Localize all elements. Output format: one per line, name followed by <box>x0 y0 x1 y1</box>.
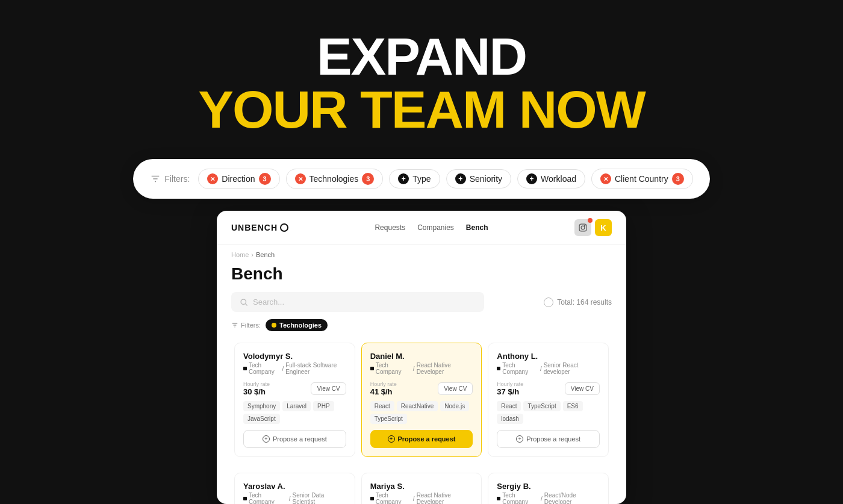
card-tags-1: React ReactNative Node.js TypeScript <box>370 401 473 424</box>
nav-companies[interactable]: Companies <box>417 223 454 232</box>
app-window: UNBENCH Requests Companies Bench K Home … <box>217 211 626 504</box>
logo-icon <box>280 223 288 232</box>
propose-btn-0[interactable]: + Propose a request <box>243 430 346 448</box>
breadcrumb-bench: Bench <box>256 251 275 258</box>
client-country-badge: 3 <box>672 173 684 185</box>
search-placeholder: Search... <box>253 297 284 306</box>
propose-btn-1[interactable]: + Propose a request <box>370 430 473 448</box>
filter-label: Filters: <box>150 173 190 184</box>
user-avatar-k[interactable]: K <box>595 219 612 236</box>
technologies-badge: 3 <box>362 173 374 185</box>
tag: ReactNative <box>397 401 438 411</box>
filter-chip-technologies[interactable]: ✕ Technologies 3 <box>286 169 384 189</box>
filter-chip-workload[interactable]: + Workload <box>517 169 585 188</box>
svg-line-7 <box>246 303 247 305</box>
nav-bar: UNBENCH Requests Companies Bench K <box>217 211 626 245</box>
card-anthony: Anthony L. Tech Company / Senior React d… <box>488 343 609 457</box>
card-meta-1: Tech Company / React Native Developer <box>370 362 473 375</box>
search-icon <box>240 298 248 306</box>
card-rate-row-1: Hourly rate 41 $/h View CV <box>370 381 473 396</box>
direction-badge: 3 <box>259 173 271 185</box>
card-name-b0: Yaroslav A. <box>243 482 346 491</box>
hero-line2: YOUR TEAM NOW <box>198 83 645 136</box>
total-count: Total: 164 results <box>544 297 612 307</box>
chip-remove-direction[interactable]: ✕ <box>207 173 218 184</box>
card-name-b1: Mariya S. <box>370 482 473 491</box>
svg-point-4 <box>581 226 585 229</box>
cards-grid: Volodymyr S. Tech Company / Full-stack S… <box>217 340 626 470</box>
page-title: Bench <box>217 261 626 292</box>
card-meta-dot-b1 <box>370 497 374 500</box>
card-mariya: Mariya S. Tech Company / React Native De… <box>361 473 482 504</box>
filter-chip-client-country[interactable]: ✕ Client Country 3 <box>591 169 693 189</box>
tag: Node.js <box>440 401 469 411</box>
tag: ES6 <box>563 401 583 411</box>
nav-bench[interactable]: Bench <box>466 223 488 232</box>
view-cv-btn-2[interactable]: View CV <box>565 382 600 395</box>
tag: TypeScript <box>370 414 407 424</box>
count-icon <box>544 297 553 307</box>
card-tags-0: Symphony Laravel PHP JavaScript <box>243 401 346 424</box>
chip-add-workload[interactable]: + <box>526 173 537 184</box>
card-meta-b0: Tech Company / Senior Data Scientist <box>243 492 346 504</box>
filter-chip-direction[interactable]: ✕ Direction 3 <box>198 169 279 189</box>
tag: Symphony <box>243 401 280 411</box>
tag: React <box>497 401 521 411</box>
card-name-1: Daniel M. <box>370 352 473 361</box>
svg-rect-3 <box>579 224 586 231</box>
chip-add-seniority[interactable]: + <box>455 173 466 184</box>
filter-icon <box>150 173 161 184</box>
card-meta-dot-2 <box>497 367 500 370</box>
propose-icon-0: + <box>263 435 270 443</box>
logo: UNBENCH <box>231 223 288 232</box>
filter-bar: Filters: ✕ Direction 3 ✕ Technologies 3 … <box>133 159 709 199</box>
tag: React <box>370 401 394 411</box>
tag: PHP <box>313 401 334 411</box>
svg-point-6 <box>241 299 246 304</box>
tag: Laravel <box>282 401 311 411</box>
active-filter-label: Filters: <box>231 322 261 329</box>
notification-dot <box>588 218 593 223</box>
card-meta-dot-0 <box>243 367 247 370</box>
hero-section: EXPAND YOUR TEAM NOW <box>0 0 843 142</box>
view-cv-btn-0[interactable]: View CV <box>311 382 346 395</box>
card-meta-dot-b0 <box>243 497 247 500</box>
tag: lodash <box>497 414 523 424</box>
search-box[interactable]: Search... <box>231 292 484 312</box>
card-meta-dot-b2 <box>497 497 500 500</box>
nav-requests[interactable]: Requests <box>375 223 405 232</box>
view-cv-btn-1[interactable]: View CV <box>438 382 473 395</box>
active-filters-row: Filters: Technologies <box>217 319 626 340</box>
card-rate-row-0: Hourly rate 30 $/h View CV <box>243 381 346 396</box>
tag: JavaScript <box>243 414 280 424</box>
card-name-0: Volodymyr S. <box>243 352 346 361</box>
active-filter-chip-technologies[interactable]: Technologies <box>266 319 328 331</box>
nav-avatars: K <box>574 219 612 236</box>
card-tags-2: React TypeScript ES6 lodash <box>497 401 600 424</box>
instagram-avatar[interactable] <box>574 219 591 236</box>
card-meta-b1: Tech Company / React Native Developer <box>370 492 473 504</box>
chip-remove-technologies[interactable]: ✕ <box>295 173 306 184</box>
search-row: Search... Total: 164 results <box>217 292 626 319</box>
breadcrumb-home[interactable]: Home <box>231 251 249 258</box>
chip-remove-client-country[interactable]: ✕ <box>600 173 611 184</box>
card-name-2: Anthony L. <box>497 352 600 361</box>
card-meta-b2: Tech Company / React/Node Developer <box>497 492 600 504</box>
af-dot <box>272 323 276 328</box>
card-rate-row-2: Hourly rate 37 $/h View CV <box>497 381 600 396</box>
breadcrumb: Home › Bench <box>217 245 626 261</box>
card-meta-0: Tech Company / Full-stack Software Engin… <box>243 362 346 375</box>
filter-chip-seniority[interactable]: + Seniority <box>446 169 511 188</box>
svg-point-5 <box>585 225 585 226</box>
hero-line1: EXPAND <box>317 30 526 83</box>
filter-chip-type[interactable]: + Type <box>389 169 440 188</box>
card-name-b2: Sergiy B. <box>497 482 600 491</box>
nav-links: Requests Companies Bench <box>375 223 488 232</box>
card-meta-2: Tech Company / Senior React developer <box>497 362 600 375</box>
propose-btn-2[interactable]: + Propose a request <box>497 430 600 448</box>
card-yaroslav: Yaroslav A. Tech Company / Senior Data S… <box>234 473 355 504</box>
card-sergiy: Sergiy B. Tech Company / React/Node Deve… <box>488 473 609 504</box>
bottom-cards-row: Yaroslav A. Tech Company / Senior Data S… <box>217 470 626 504</box>
chip-add-type[interactable]: + <box>398 173 409 184</box>
tag: TypeScript <box>523 401 560 411</box>
